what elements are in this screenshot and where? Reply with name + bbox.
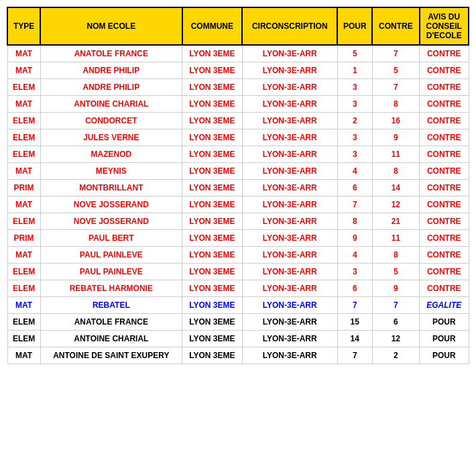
cell-type: ELEM bbox=[7, 213, 40, 230]
cell-avis: POUR bbox=[420, 331, 469, 347]
column-header: NOM ECOLE bbox=[40, 7, 182, 45]
cell-contre: 7 bbox=[372, 79, 419, 96]
cell-avis: CONTRE bbox=[420, 146, 469, 163]
cell-type: PRIM bbox=[7, 180, 40, 196]
table-row: MATANTOINE CHARIALLYON 3EMELYON-3E-ARR38… bbox=[7, 96, 469, 113]
cell-circonscription: LYON-3E-ARR bbox=[242, 96, 337, 113]
cell-contre: 12 bbox=[372, 196, 419, 213]
cell-circonscription: LYON-3E-ARR bbox=[242, 213, 337, 230]
cell-nom-ecole: PAUL PAINLEVE bbox=[40, 264, 182, 280]
cell-contre: 7 bbox=[372, 297, 419, 314]
column-header: AVIS DUCONSEILD'ECOLE bbox=[420, 7, 469, 45]
cell-type: ELEM bbox=[7, 146, 40, 163]
column-header: CONTRE bbox=[372, 7, 419, 45]
cell-pour: 3 bbox=[337, 96, 372, 113]
cell-pour: 3 bbox=[337, 264, 372, 280]
cell-circonscription: LYON-3E-ARR bbox=[242, 62, 337, 79]
cell-type: MAT bbox=[7, 45, 40, 62]
cell-pour: 7 bbox=[337, 196, 372, 213]
cell-contre: 7 bbox=[372, 45, 419, 62]
cell-commune: LYON 3EME bbox=[182, 347, 243, 364]
cell-nom-ecole: NOVE JOSSERAND bbox=[40, 196, 182, 213]
cell-type: ELEM bbox=[7, 264, 40, 280]
cell-nom-ecole: NOVE JOSSERAND bbox=[40, 213, 182, 230]
cell-commune: LYON 3EME bbox=[182, 113, 243, 129]
cell-pour: 7 bbox=[337, 347, 372, 364]
cell-contre: 21 bbox=[372, 213, 419, 230]
cell-type: ELEM bbox=[7, 314, 40, 331]
cell-commune: LYON 3EME bbox=[182, 280, 243, 297]
cell-pour: 4 bbox=[337, 163, 372, 180]
cell-nom-ecole: MAZENOD bbox=[40, 146, 182, 163]
cell-contre: 11 bbox=[372, 146, 419, 163]
table-row: ELEMANATOLE FRANCELYON 3EMELYON-3E-ARR15… bbox=[7, 314, 469, 331]
cell-circonscription: LYON-3E-ARR bbox=[242, 79, 337, 96]
cell-circonscription: LYON-3E-ARR bbox=[242, 146, 337, 163]
column-header: CIRCONSCRIPTION bbox=[242, 7, 337, 45]
cell-nom-ecole: JULES VERNE bbox=[40, 129, 182, 146]
cell-circonscription: LYON-3E-ARR bbox=[242, 129, 337, 146]
cell-avis: CONTRE bbox=[420, 213, 469, 230]
cell-commune: LYON 3EME bbox=[182, 129, 243, 146]
cell-nom-ecole: PAUL PAINLEVE bbox=[40, 247, 182, 264]
table-row: ELEMCONDORCETLYON 3EMELYON-3E-ARR216CONT… bbox=[7, 113, 469, 129]
cell-pour: 7 bbox=[337, 297, 372, 314]
cell-circonscription: LYON-3E-ARR bbox=[242, 196, 337, 213]
cell-commune: LYON 3EME bbox=[182, 264, 243, 280]
cell-circonscription: LYON-3E-ARR bbox=[242, 113, 337, 129]
cell-type: MAT bbox=[7, 347, 40, 364]
cell-type: MAT bbox=[7, 96, 40, 113]
cell-avis: CONTRE bbox=[420, 79, 469, 96]
cell-type: MAT bbox=[7, 163, 40, 180]
cell-pour: 6 bbox=[337, 280, 372, 297]
cell-commune: LYON 3EME bbox=[182, 45, 243, 62]
cell-nom-ecole: ANTOINE DE SAINT EXUPERY bbox=[40, 347, 182, 364]
cell-circonscription: LYON-3E-ARR bbox=[242, 230, 337, 247]
cell-pour: 9 bbox=[337, 230, 372, 247]
table-row: PRIMMONTBRILLANTLYON 3EMELYON-3E-ARR614C… bbox=[7, 180, 469, 196]
cell-contre: 8 bbox=[372, 163, 419, 180]
table-row: MATPAUL PAINLEVELYON 3EMELYON-3E-ARR48CO… bbox=[7, 247, 469, 264]
table-row: MATMEYNISLYON 3EMELYON-3E-ARR48CONTRE bbox=[7, 163, 469, 180]
cell-nom-ecole: REBATEL HARMONIE bbox=[40, 280, 182, 297]
cell-nom-ecole: MONTBRILLANT bbox=[40, 180, 182, 196]
cell-commune: LYON 3EME bbox=[182, 96, 243, 113]
table-row: ELEMANDRE PHILIPLYON 3EMELYON-3E-ARR37CO… bbox=[7, 79, 469, 96]
cell-commune: LYON 3EME bbox=[182, 62, 243, 79]
cell-contre: 5 bbox=[372, 264, 419, 280]
cell-type: MAT bbox=[7, 62, 40, 79]
cell-pour: 2 bbox=[337, 113, 372, 129]
main-table: TYPENOM ECOLECOMMUNECIRCONSCRIPTIONPOURC… bbox=[7, 7, 469, 364]
table-row: MATANATOLE FRANCELYON 3EMELYON-3E-ARR57C… bbox=[7, 45, 469, 62]
cell-commune: LYON 3EME bbox=[182, 213, 243, 230]
cell-circonscription: LYON-3E-ARR bbox=[242, 180, 337, 196]
cell-avis: CONTRE bbox=[420, 264, 469, 280]
table-row: ELEMMAZENODLYON 3EMELYON-3E-ARR311CONTRE bbox=[7, 146, 469, 163]
cell-contre: 16 bbox=[372, 113, 419, 129]
cell-nom-ecole: ANTOINE CHARIAL bbox=[40, 96, 182, 113]
cell-nom-ecole: ANATOLE FRANCE bbox=[40, 314, 182, 331]
cell-type: ELEM bbox=[7, 280, 40, 297]
cell-circonscription: LYON-3E-ARR bbox=[242, 280, 337, 297]
cell-contre: 9 bbox=[372, 129, 419, 146]
cell-nom-ecole: REBATEL bbox=[40, 297, 182, 314]
cell-circonscription: LYON-3E-ARR bbox=[242, 297, 337, 314]
cell-type: ELEM bbox=[7, 331, 40, 347]
cell-type: ELEM bbox=[7, 79, 40, 96]
cell-avis: CONTRE bbox=[420, 45, 469, 62]
table-row: ELEMNOVE JOSSERANDLYON 3EMELYON-3E-ARR82… bbox=[7, 213, 469, 230]
table-row: ELEMREBATEL HARMONIELYON 3EMELYON-3E-ARR… bbox=[7, 280, 469, 297]
table-row: MATANTOINE DE SAINT EXUPERYLYON 3EMELYON… bbox=[7, 347, 469, 364]
cell-nom-ecole: ANATOLE FRANCE bbox=[40, 45, 182, 62]
cell-nom-ecole: ANTOINE CHARIAL bbox=[40, 331, 182, 347]
table-row: MATNOVE JOSSERANDLYON 3EMELYON-3E-ARR712… bbox=[7, 196, 469, 213]
table-row: MATANDRE PHILIPLYON 3EMELYON-3E-ARR15CON… bbox=[7, 62, 469, 79]
cell-contre: 5 bbox=[372, 62, 419, 79]
cell-pour: 3 bbox=[337, 146, 372, 163]
cell-nom-ecole: CONDORCET bbox=[40, 113, 182, 129]
cell-avis: CONTRE bbox=[420, 96, 469, 113]
cell-avis: CONTRE bbox=[420, 113, 469, 129]
cell-pour: 15 bbox=[337, 314, 372, 331]
cell-commune: LYON 3EME bbox=[182, 180, 243, 196]
cell-circonscription: LYON-3E-ARR bbox=[242, 247, 337, 264]
